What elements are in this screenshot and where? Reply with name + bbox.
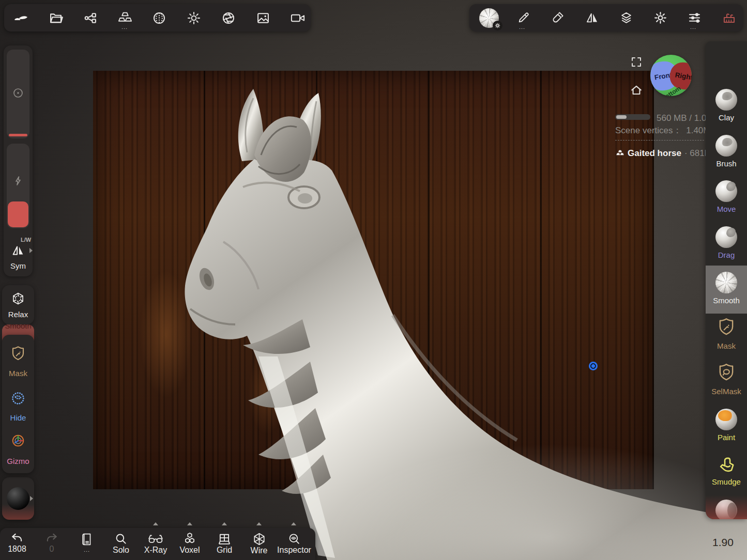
layers-icon[interactable] <box>618 10 634 25</box>
symmetry-mirror-icon[interactable] <box>584 10 600 25</box>
xray-label: X-Ray <box>141 546 171 555</box>
node-graph-icon[interactable] <box>82 11 99 25</box>
clay-tool-icon <box>715 89 737 111</box>
smooth-tool-icon <box>715 272 737 293</box>
voxel-cubes-icon <box>182 532 197 546</box>
grid-options-arrow[interactable] <box>222 522 227 525</box>
undo-icon <box>10 532 24 545</box>
redo-count: 0 <box>40 545 64 554</box>
mask-tool-left[interactable]: Mask <box>2 342 34 381</box>
radius-slider[interactable] <box>7 50 29 138</box>
current-material-sphere[interactable] <box>7 487 29 510</box>
tool-planar[interactable]: Planar <box>706 496 747 519</box>
wire-button[interactable]: Wire <box>245 531 273 559</box>
smudge-tool-label: Smudge <box>712 477 741 486</box>
tool-clay[interactable]: Clay <box>706 86 747 132</box>
history-more-dots: ... <box>75 547 99 553</box>
inspector-button[interactable]: Inspector <box>275 531 313 559</box>
stats-separator <box>615 140 704 141</box>
top-right-toolbar: ... ... <box>469 4 743 32</box>
gizmo-tool[interactable]: Gizmo <box>2 430 34 469</box>
postprocess-aperture-icon[interactable] <box>220 11 237 25</box>
move-tool-label: Move <box>717 205 736 213</box>
wire-options-arrow[interactable] <box>256 522 262 525</box>
voxel-options-arrow[interactable] <box>187 522 192 525</box>
mesh-layers-icon <box>616 150 624 158</box>
mask-label-left: Mask <box>2 369 34 378</box>
voxel-button[interactable]: Voxel <box>176 531 204 559</box>
multiresolution-icon[interactable] <box>116 11 134 25</box>
xray-button[interactable]: X-Ray <box>141 531 171 559</box>
voxel-label: Voxel <box>176 546 204 555</box>
toolbox-icon[interactable] <box>721 10 737 25</box>
settings-gear-icon[interactable] <box>652 10 668 25</box>
sym-button[interactable]: L/W Sym <box>4 232 33 274</box>
selmask-tool-label: SelMask <box>711 387 741 396</box>
sym-mirror-icon <box>10 243 26 258</box>
tool-selmask[interactable]: SelMask <box>706 360 747 406</box>
paint-tool-label: Paint <box>718 433 735 442</box>
notebook-icon <box>81 533 93 546</box>
grid-icon <box>217 533 232 546</box>
nomad-logo[interactable] <box>11 10 32 26</box>
mask-shield-icon <box>10 345 26 364</box>
smudge-finger-icon <box>716 455 737 475</box>
tool-move[interactable]: Move <box>706 177 747 224</box>
gizmo-label: Gizmo <box>2 457 34 465</box>
relax-web-icon <box>11 291 25 306</box>
bottom-toolbar: 1808 0 ... Solo X-Ray <box>0 528 315 560</box>
grid-button[interactable]: Grid <box>211 531 238 559</box>
solo-button[interactable]: Solo <box>108 531 134 559</box>
mask-shield-icon-right <box>716 317 737 339</box>
orientation-sphere[interactable]: Front Right Bottom <box>650 55 692 96</box>
material-gear-badge[interactable] <box>493 21 502 30</box>
redo-button[interactable]: 0 <box>40 531 64 559</box>
scene-object-row[interactable]: Gaited horse · 681k <box>616 148 709 159</box>
matcap-menu-icon[interactable] <box>151 11 167 25</box>
xray-options-arrow[interactable] <box>153 522 158 525</box>
tool-smooth[interactable]: Smooth <box>706 269 747 315</box>
paint-brush-icon[interactable] <box>550 10 565 25</box>
lighting-sun-icon[interactable] <box>186 11 202 25</box>
inspector-options-arrow[interactable] <box>291 522 296 525</box>
clay-tool-label: Clay <box>719 113 734 122</box>
intensity-slider[interactable] <box>7 144 29 228</box>
intensity-slider-fill <box>8 201 28 227</box>
tool-paint[interactable]: Paint <box>706 406 747 452</box>
sym-expand-arrow[interactable] <box>29 248 33 253</box>
fullscreen-icon[interactable] <box>629 55 644 69</box>
move-tool-icon <box>715 180 737 202</box>
material-expand-arrow[interactable] <box>30 496 33 501</box>
files-folder-icon[interactable] <box>48 11 64 25</box>
home-view-icon[interactable] <box>629 83 644 98</box>
viewport-canvas[interactable]: 1.90 Front Right Bottom 560 MB / 1.09 G … <box>0 0 747 560</box>
material-sphere-button[interactable] <box>479 8 499 28</box>
tool-smudge[interactable]: Smudge <box>706 451 747 497</box>
tool-drag[interactable]: Drag <box>706 223 747 270</box>
redo-icon <box>45 532 58 545</box>
hide-tool[interactable]: Hide <box>2 386 34 426</box>
stroke-pencil-icon[interactable] <box>515 10 531 25</box>
camera-video-icon[interactable] <box>289 11 307 25</box>
top-left-toolbar: ... <box>4 4 311 32</box>
sliders-more-dots: ... <box>690 24 696 30</box>
radius-slider-fill <box>9 134 27 136</box>
radius-icon <box>12 87 24 99</box>
hide-label: Hide <box>2 413 34 422</box>
tool-mask[interactable]: Mask <box>706 314 747 361</box>
undo-button[interactable]: 1808 <box>5 531 29 559</box>
hide-dotted-icon <box>10 391 26 406</box>
relax-panel[interactable]: Relax <box>2 285 34 324</box>
multires-more-dots: ... <box>121 24 128 30</box>
scene-object-name: Gaited horse <box>628 148 681 159</box>
grid-label: Grid <box>211 546 238 555</box>
drag-tool-label: Drag <box>718 251 735 259</box>
zoom-level: 1.90 <box>712 536 734 549</box>
interface-sliders-icon[interactable] <box>687 10 702 25</box>
material-preview-panel[interactable] <box>2 477 34 520</box>
tool-brush[interactable]: Brush <box>706 132 747 178</box>
relax-label: Relax <box>2 310 34 319</box>
history-button[interactable]: ... <box>75 531 99 559</box>
background-image-icon[interactable] <box>255 11 271 25</box>
brush-cursor <box>589 362 598 370</box>
